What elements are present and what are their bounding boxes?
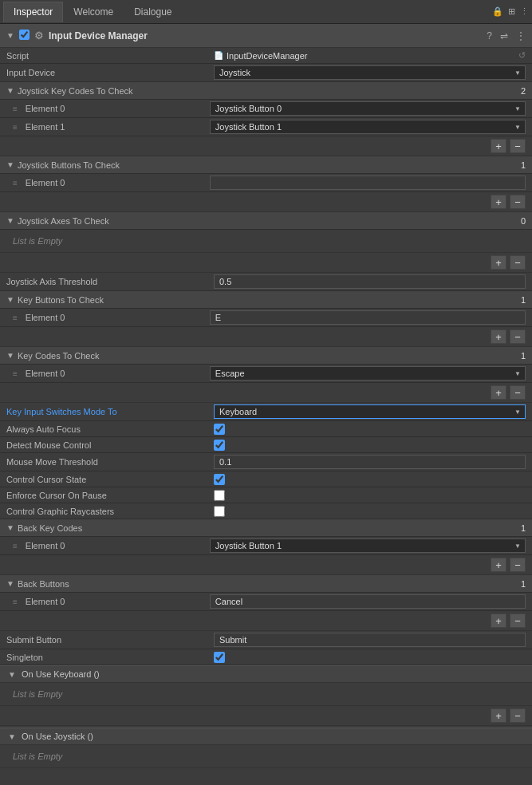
element-bb0-input[interactable] [210,594,526,609]
key-input-switches-mode-label: Key Input Switches Mode To [6,407,214,416]
help-button[interactable]: ? [487,30,492,41]
element-bkc0-dropdown-wrapper: Joystick Button 1 [210,538,526,553]
tab-inspector[interactable]: Inspector [3,2,63,22]
menu-icon[interactable]: ⋮ [520,6,529,17]
element-bkc0-dropdown[interactable]: Joystick Button 1 [210,538,526,553]
key-buttons-remove-btn[interactable]: − [510,329,526,344]
joystick-buttons-remove-btn[interactable]: − [510,195,526,209]
key-codes-count: 1 [521,351,526,361]
always-auto-focus-checkbox[interactable] [214,424,225,435]
element-0-dropdown[interactable]: Joystick Button 0 [210,101,526,116]
on-use-keyboard-empty: List is Empty [0,683,532,706]
joystick-buttons-foldout[interactable] [6,160,14,169]
joystick-key-codes-element-1: ≡ Element 1 Joystick Button 1 [0,118,532,136]
drag-handle-kc0[interactable]: ≡ [13,369,18,378]
input-device-label: Input Device [6,68,214,77]
control-cursor-state-checkbox[interactable] [214,474,225,485]
submit-button-row: Submit Button [0,631,532,649]
control-graphic-raycasters-checkbox[interactable] [214,506,225,517]
joystick-axis-threshold-input[interactable] [214,274,526,289]
joystick-buttons-add-remove: + − [0,192,532,212]
mouse-move-threshold-input[interactable] [214,455,526,469]
key-codes-element-0: ≡ Element 0 Escape [0,365,532,383]
script-file-icon: 📄 [214,51,223,60]
element-bb0-label: Element 0 [26,597,205,606]
tab-dialogue[interactable]: Dialogue [124,2,182,22]
drag-handle-0[interactable]: ≡ [13,105,18,113]
layout-icon[interactable]: ⊞ [508,6,515,17]
joystick-buttons-section: Joystick Buttons To Check 1 [0,156,532,174]
detect-mouse-control-row: Detect Mouse Control [0,437,532,453]
back-buttons-foldout[interactable] [6,579,14,588]
key-codes-remove-btn[interactable]: − [510,385,526,400]
element-kc0-dropdown[interactable]: Escape [210,366,526,381]
element-bkc0-label: Element 0 [26,541,205,550]
element-0-label: Element 0 [26,104,205,113]
element-kb0-label: Element 0 [26,313,205,322]
joystick-axes-foldout[interactable] [6,216,14,225]
lock-icon[interactable]: 🔒 [492,6,503,17]
input-device-dropdown[interactable]: Joystick [214,65,526,80]
settings-button[interactable]: ⇌ [500,30,508,41]
element-1-dropdown-wrapper: Joystick Button 1 [210,120,526,134]
foldout-icon[interactable]: ▼ [6,31,14,40]
singleton-label: Singleton [6,653,214,662]
back-key-codes-add-btn[interactable]: + [491,558,506,572]
submit-button-label: Submit Button [6,635,214,645]
script-value-container: 📄 InputDeviceManager [214,51,518,61]
control-cursor-state-row: Control Cursor State [0,471,532,487]
on-use-keyboard-remove-btn[interactable]: − [510,708,526,723]
always-auto-focus-row: Always Auto Focus [0,421,532,437]
drag-handle-jb0[interactable]: ≡ [13,179,18,187]
back-key-codes-count: 1 [521,523,526,533]
key-input-switches-mode-dropdown[interactable]: Keyboard [214,404,526,419]
script-value: InputDeviceManager [227,51,308,61]
drag-handle-bkc0[interactable]: ≡ [13,542,18,550]
on-use-keyboard-label: On Use Keyboard () [22,669,100,679]
key-buttons-add-remove: + − [0,327,532,347]
on-use-joystick-foldout[interactable]: ▼ [8,732,16,741]
input-device-row: Input Device Joystick [0,64,532,82]
more-button[interactable]: ⋮ [516,30,526,41]
key-codes-foldout[interactable] [6,351,14,360]
joystick-key-codes-remove-btn[interactable]: − [510,139,526,153]
enforce-cursor-on-pause-checkbox[interactable] [214,490,225,501]
back-buttons-add-remove: + − [0,611,532,631]
enforce-cursor-on-pause-row: Enforce Cursor On Pause [0,487,532,503]
element-1-dropdown[interactable]: Joystick Button 1 [210,120,526,134]
drag-handle-1[interactable]: ≡ [13,123,18,132]
drag-handle-kb0[interactable]: ≡ [13,314,18,322]
joystick-key-codes-foldout[interactable] [6,86,14,95]
back-key-codes-foldout[interactable] [6,523,14,532]
game-object-checkbox[interactable] [19,30,30,41]
on-use-joystick-label: On Use Joystick () [22,732,93,741]
back-buttons-add-btn[interactable]: + [491,613,506,628]
detect-mouse-control-checkbox[interactable] [214,440,225,451]
element-0-dropdown-wrapper: Joystick Button 0 [210,101,526,116]
key-input-switches-mode-row: Key Input Switches Mode To Keyboard [0,403,532,421]
singleton-checkbox[interactable] [214,652,225,663]
input-device-dropdown-wrapper: Joystick [214,65,526,80]
key-codes-add-btn[interactable]: + [491,385,506,400]
on-use-keyboard-header: ▼ On Use Keyboard () [0,665,532,683]
joystick-key-codes-add-btn[interactable]: + [491,139,506,153]
key-buttons-foldout[interactable] [6,295,14,304]
script-refresh-icon[interactable]: ↺ [518,50,526,61]
joystick-axes-add-btn[interactable]: + [491,255,506,270]
element-kb0-input[interactable] [210,310,526,325]
element-jb0-input[interactable] [210,176,526,190]
key-input-switches-mode-dropdown-wrapper: Keyboard [214,404,526,419]
on-use-keyboard-foldout[interactable]: ▼ [8,670,16,679]
joystick-buttons-add-btn[interactable]: + [491,195,506,209]
on-use-keyboard-add-btn[interactable]: + [491,708,506,723]
tab-bar-icons: 🔒 ⊞ ⋮ [492,6,529,17]
drag-handle-bb0[interactable]: ≡ [13,598,18,606]
tab-welcome[interactable]: Welcome [63,2,124,22]
joystick-axes-count: 0 [521,216,526,226]
back-key-codes-remove-btn[interactable]: − [510,558,526,572]
key-buttons-add-btn[interactable]: + [491,329,506,344]
joystick-axes-remove-btn[interactable]: − [510,255,526,270]
on-use-joystick-header: ▼ On Use Joystick () [0,728,532,745]
back-buttons-remove-btn[interactable]: − [510,613,526,628]
submit-button-input[interactable] [214,633,526,647]
